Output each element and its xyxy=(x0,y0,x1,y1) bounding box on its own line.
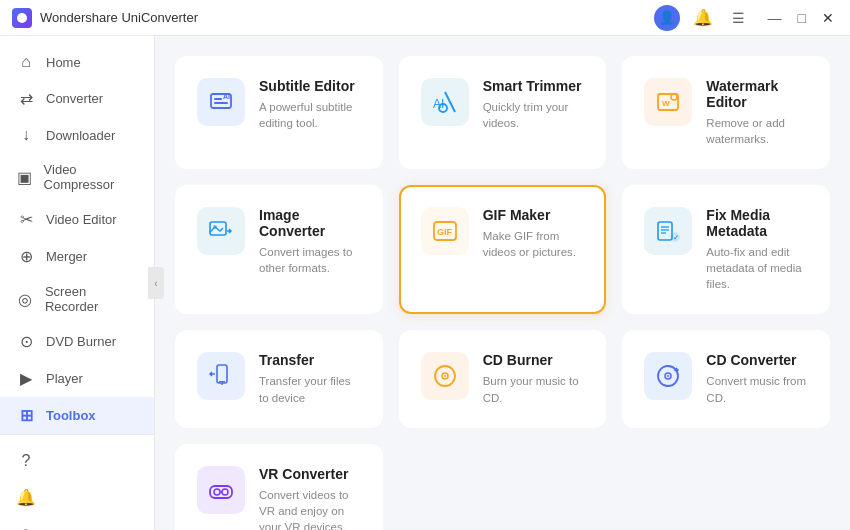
sidebar-item-converter[interactable]: ⇄ Converter xyxy=(0,80,154,117)
transfer-desc: Transfer your files to device xyxy=(259,373,361,405)
cd-burner-title: CD Burner xyxy=(483,352,585,368)
watermark-editor-title: Watermark Editor xyxy=(706,78,808,110)
vr-converter-icon-box xyxy=(197,466,245,514)
sidebar-item-downloader[interactable]: ↓ Downloader xyxy=(0,117,154,153)
sidebar: ⌂ Home ⇄ Converter ↓ Downloader ▣ Video … xyxy=(0,36,155,530)
vr-converter-desc: Convert videos to VR and enjoy on your V… xyxy=(259,487,361,530)
cd-converter-info: CD Converter Convert music from CD. xyxy=(706,352,808,405)
minimize-button[interactable]: — xyxy=(764,8,786,28)
smart-trimmer-title: Smart Trimmer xyxy=(483,78,585,94)
gif-maker-icon-box: GIF xyxy=(421,207,469,255)
sidebar-item-video-editor[interactable]: ✂ Video Editor xyxy=(0,201,154,238)
vr-converter-info: VR Converter Convert videos to VR and en… xyxy=(259,466,361,530)
smart-trimmer-icon-box: AI xyxy=(421,78,469,126)
image-converter-desc: Convert images to other formats. xyxy=(259,244,361,276)
tool-card-fix-media-metadata[interactable]: ✓ Fix Media Metadata Auto-fix and edit m… xyxy=(622,185,830,314)
app-logo xyxy=(12,8,32,28)
svg-point-28 xyxy=(667,375,669,377)
tool-card-cd-burner[interactable]: CD Burner Burn your music to CD. xyxy=(399,330,607,427)
app-title: Wondershare UniConverter xyxy=(40,10,198,25)
video-compressor-icon: ▣ xyxy=(16,168,34,187)
tool-card-watermark-editor[interactable]: W Watermark Editor Remove or add waterma… xyxy=(622,56,830,169)
sidebar-item-merger[interactable]: ⊕ Merger xyxy=(0,238,154,275)
image-converter-title: Image Converter xyxy=(259,207,361,239)
sidebar-item-toolbox[interactable]: ⊞ Toolbox xyxy=(0,397,154,434)
smart-trimmer-desc: Quickly trim your videos. xyxy=(483,99,585,131)
sidebar-bottom: ? 🔔 ☺ xyxy=(0,434,154,530)
cd-converter-desc: Convert music from CD. xyxy=(706,373,808,405)
transfer-info: Transfer Transfer your files to device xyxy=(259,352,361,405)
svg-rect-2 xyxy=(214,102,228,104)
sidebar-collapse-button[interactable]: ‹ xyxy=(148,267,164,299)
fix-media-metadata-title: Fix Media Metadata xyxy=(706,207,808,239)
transfer-icon-box xyxy=(197,352,245,400)
title-bar: Wondershare UniConverter 👤 🔔 ☰ — □ ✕ xyxy=(0,0,850,36)
watermark-editor-desc: Remove or add watermarks. xyxy=(706,115,808,147)
maximize-button[interactable]: □ xyxy=(794,8,810,28)
merger-icon: ⊕ xyxy=(16,247,36,266)
sidebar-wrapper: ⌂ Home ⇄ Converter ↓ Downloader ▣ Video … xyxy=(0,36,155,530)
tool-card-image-converter[interactable]: Image Converter Convert images to other … xyxy=(175,185,383,314)
screen-recorder-icon: ◎ xyxy=(16,290,35,309)
image-converter-icon-box xyxy=(197,207,245,255)
svg-text:W: W xyxy=(662,99,670,108)
svg-point-9 xyxy=(671,94,677,100)
tool-card-vr-converter[interactable]: VR Converter Convert videos to VR and en… xyxy=(175,444,383,530)
tools-grid: AI Subtitle Editor A powerful subtitle e… xyxy=(175,56,830,530)
sidebar-item-video-compressor[interactable]: ▣ Video Compressor xyxy=(0,153,154,201)
window-controls: — □ ✕ xyxy=(764,8,838,28)
subtitle-editor-icon-box: AI xyxy=(197,78,245,126)
tool-card-transfer[interactable]: Transfer Transfer your files to device xyxy=(175,330,383,427)
subtitle-editor-desc: A powerful subtitle editing tool. xyxy=(259,99,361,131)
sidebar-item-dvd-burner[interactable]: ⊙ DVD Burner xyxy=(0,323,154,360)
user-avatar-icon[interactable]: 👤 xyxy=(654,5,680,31)
user-icons: 👤 🔔 ☰ xyxy=(654,5,752,31)
sidebar-item-notifications[interactable]: 🔔 xyxy=(0,479,154,516)
home-icon: ⌂ xyxy=(16,53,36,71)
sidebar-item-help[interactable]: ? xyxy=(0,443,154,479)
subtitle-editor-info: Subtitle Editor A powerful subtitle edit… xyxy=(259,78,361,131)
downloader-icon: ↓ xyxy=(16,126,36,144)
menu-icon[interactable]: ☰ xyxy=(726,5,752,31)
svg-rect-10 xyxy=(210,222,226,235)
tool-card-subtitle-editor[interactable]: AI Subtitle Editor A powerful subtitle e… xyxy=(175,56,383,169)
cd-converter-title: CD Converter xyxy=(706,352,808,368)
sidebar-label-toolbox: Toolbox xyxy=(46,408,96,423)
smart-trimmer-info: Smart Trimmer Quickly trim your videos. xyxy=(483,78,585,131)
close-button[interactable]: ✕ xyxy=(818,8,838,28)
cd-burner-icon-box xyxy=(421,352,469,400)
toolbox-icon: ⊞ xyxy=(16,406,36,425)
tool-card-gif-maker[interactable]: GIF GIF Maker Make GIF from videos or pi… xyxy=(399,185,607,314)
sidebar-item-feedback[interactable]: ☺ xyxy=(0,516,154,530)
sidebar-label-merger: Merger xyxy=(46,249,87,264)
notifications-icon: 🔔 xyxy=(16,488,36,507)
sidebar-item-home[interactable]: ⌂ Home xyxy=(0,44,154,80)
notification-icon[interactable]: 🔔 xyxy=(690,5,716,31)
sidebar-item-player[interactable]: ▶ Player xyxy=(0,360,154,397)
vr-converter-title: VR Converter xyxy=(259,466,361,482)
svg-rect-1 xyxy=(214,98,222,100)
svg-rect-21 xyxy=(219,381,225,383)
image-converter-info: Image Converter Convert images to other … xyxy=(259,207,361,276)
fix-media-metadata-info: Fix Media Metadata Auto-fix and edit met… xyxy=(706,207,808,292)
subtitle-editor-title: Subtitle Editor xyxy=(259,78,361,94)
sidebar-item-screen-recorder[interactable]: ◎ Screen Recorder xyxy=(0,275,154,323)
sidebar-label-video-compressor: Video Compressor xyxy=(44,162,138,192)
svg-text:AI: AI xyxy=(223,93,230,100)
watermark-editor-icon-box: W xyxy=(644,78,692,126)
gif-maker-info: GIF Maker Make GIF from videos or pictur… xyxy=(483,207,585,260)
tool-card-cd-converter[interactable]: CD Converter Convert music from CD. xyxy=(622,330,830,427)
sidebar-label-player: Player xyxy=(46,371,83,386)
title-bar-left: Wondershare UniConverter xyxy=(12,8,198,28)
tool-card-smart-trimmer[interactable]: AI Smart Trimmer Quickly trim your video… xyxy=(399,56,607,169)
sidebar-label-video-editor: Video Editor xyxy=(46,212,117,227)
feedback-icon: ☺ xyxy=(16,525,36,530)
main-layout: ⌂ Home ⇄ Converter ↓ Downloader ▣ Video … xyxy=(0,36,850,530)
svg-point-25 xyxy=(444,375,446,377)
sidebar-label-converter: Converter xyxy=(46,91,103,106)
dvd-burner-icon: ⊙ xyxy=(16,332,36,351)
sidebar-label-screen-recorder: Screen Recorder xyxy=(45,284,138,314)
cd-burner-desc: Burn your music to CD. xyxy=(483,373,585,405)
fix-media-metadata-desc: Auto-fix and edit metadata of media file… xyxy=(706,244,808,292)
gif-maker-title: GIF Maker xyxy=(483,207,585,223)
